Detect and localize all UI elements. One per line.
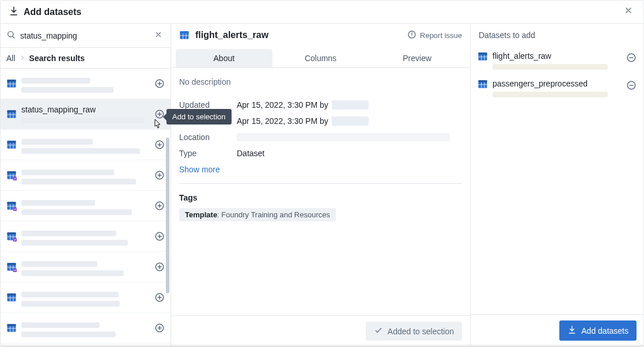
redacted-name	[21, 139, 93, 145]
dataset-icon	[6, 170, 17, 180]
meta-updated-value: Apr 15, 2022, 3:30 PM by	[237, 100, 328, 110]
added-label: Added to selection	[388, 327, 454, 336]
detail-tabs: About Columns Preview	[171, 47, 470, 68]
redacted-user	[332, 100, 369, 110]
dataset-icon	[478, 51, 488, 62]
dataset-icon	[6, 292, 17, 303]
result-item[interactable]	[1, 191, 171, 221]
redacted-name	[21, 169, 114, 175]
dataset-icon	[179, 30, 190, 40]
breadcrumb-root[interactable]: All	[6, 54, 16, 63]
report-issue-label: Report issue	[420, 31, 462, 40]
svg-rect-2	[7, 80, 16, 82]
redacted-path	[21, 179, 136, 184]
redacted-name	[21, 292, 119, 297]
dataset-icon	[6, 262, 17, 272]
redacted-path	[21, 148, 140, 154]
redacted-path	[21, 87, 113, 93]
dialog-header: Add datasets	[1, 1, 643, 24]
check-icon	[374, 326, 383, 337]
tab-preview[interactable]: Preview	[369, 49, 465, 67]
result-item[interactable]	[1, 252, 171, 282]
scrollbar-thumb[interactable]	[166, 138, 169, 293]
meta-location-label: Location	[179, 133, 237, 142]
meta-type-label: Type	[179, 149, 237, 158]
redacted-name	[21, 200, 95, 206]
breadcrumb: All Search results	[1, 48, 171, 69]
dataset-icon	[478, 79, 488, 89]
add-to-selection-button[interactable]	[154, 292, 165, 303]
svg-rect-27	[7, 202, 16, 204]
svg-rect-14	[7, 141, 16, 143]
svg-rect-48	[7, 293, 16, 296]
search-input[interactable]	[16, 29, 152, 43]
meta-updated-label: Updated	[179, 100, 237, 110]
dataset-icon	[6, 201, 17, 211]
close-icon[interactable]	[622, 3, 635, 20]
tags-heading: Tags	[179, 193, 462, 202]
redacted-path	[21, 240, 128, 246]
tab-about[interactable]: About	[176, 49, 272, 67]
svg-rect-41	[7, 263, 16, 265]
breadcrumb-current: Search results	[29, 54, 85, 63]
result-item[interactable]	[1, 313, 171, 344]
redacted-user	[332, 116, 369, 126]
tooltip-add-to-selection: Add to selection	[166, 109, 232, 125]
add-to-selection-button[interactable]	[154, 170, 165, 180]
selection-item: passengers_preprocessed	[471, 74, 643, 102]
add-datasets-label: Add datasets	[581, 326, 628, 335]
redacted-path	[21, 301, 120, 307]
redacted-path	[21, 118, 144, 123]
svg-rect-34	[7, 232, 16, 235]
result-item[interactable]	[1, 130, 171, 160]
redacted-name	[21, 261, 97, 267]
dataset-icon	[6, 231, 17, 242]
results-list: status_mapping_raw	[1, 69, 171, 346]
add-to-selection-button[interactable]	[154, 262, 165, 272]
redacted-name	[21, 78, 90, 84]
add-to-selection-button[interactable]	[154, 323, 165, 333]
selection-item-name: passengers_preprocessed	[493, 79, 622, 88]
selection-list: flight_alerts_rawpassengers_preprocessed	[471, 47, 643, 314]
added-to-selection-pill: Added to selection	[366, 322, 462, 341]
add-to-selection-button[interactable]	[154, 201, 165, 211]
dialog-title: Add datasets	[24, 7, 81, 17]
dataset-icon	[6, 323, 17, 333]
result-item[interactable]: status_mapping_raw	[1, 99, 171, 130]
redacted-path	[493, 64, 608, 70]
add-to-selection-button[interactable]	[154, 78, 165, 89]
alert-icon	[407, 30, 416, 41]
redacted-path	[21, 209, 132, 215]
meta-created-value: Apr 15, 2022, 3:30 PM by	[237, 116, 328, 126]
chevron-right-icon	[19, 54, 26, 63]
detail-title: flight_alerts_raw	[195, 30, 268, 40]
add-to-selection-button[interactable]	[154, 139, 165, 150]
result-item[interactable]	[1, 69, 171, 99]
selection-header: Datasets to add	[471, 24, 643, 47]
redacted-path	[21, 331, 116, 337]
redacted-name	[21, 322, 100, 328]
dataset-icon	[6, 78, 17, 89]
result-item[interactable]	[1, 221, 171, 252]
show-more-link[interactable]: Show more	[179, 165, 220, 174]
svg-rect-60	[180, 31, 189, 33]
dataset-icon	[6, 139, 17, 150]
svg-rect-54	[7, 324, 16, 326]
selection-item: flight_alerts_raw	[471, 47, 643, 74]
clear-search-icon[interactable]	[152, 29, 165, 42]
tab-columns[interactable]: Columns	[272, 49, 369, 67]
remove-from-selection-button[interactable]	[626, 80, 637, 92]
redacted-path	[493, 92, 608, 97]
result-item[interactable]	[1, 160, 171, 191]
remove-from-selection-button[interactable]	[626, 52, 637, 65]
tag-chip[interactable]: Template: Foundry Training and Resources	[179, 208, 336, 221]
download-icon	[567, 325, 577, 336]
add-to-selection-button[interactable]	[154, 231, 165, 242]
redacted-path	[237, 133, 450, 141]
report-issue-button[interactable]: Report issue	[407, 30, 462, 41]
svg-rect-8	[7, 110, 16, 112]
result-item[interactable]	[1, 282, 171, 313]
add-datasets-button[interactable]: Add datasets	[559, 320, 637, 341]
dataset-icon	[6, 109, 17, 119]
selection-item-name: flight_alerts_raw	[493, 51, 622, 61]
